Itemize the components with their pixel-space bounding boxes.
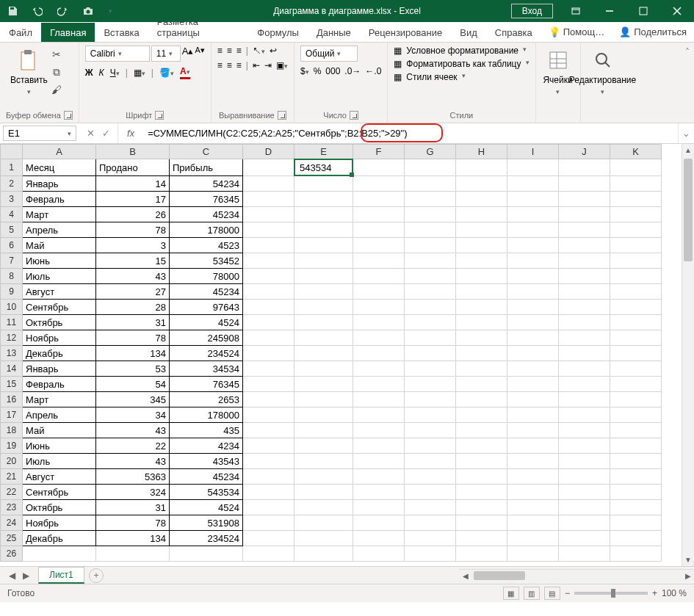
cell[interactable]: 178000 bbox=[170, 407, 243, 423]
zoom-in-icon[interactable]: + bbox=[652, 588, 657, 598]
tab-view[interactable]: Вид bbox=[451, 23, 486, 42]
cell[interactable] bbox=[294, 222, 353, 238]
font-color-icon[interactable]: А▾ bbox=[180, 66, 190, 79]
cell[interactable] bbox=[294, 423, 353, 438]
merge-icon[interactable]: ▣▾ bbox=[276, 60, 288, 70]
cell[interactable] bbox=[353, 392, 405, 407]
scroll-down-icon[interactable]: ▼ bbox=[682, 554, 694, 566]
cell[interactable] bbox=[559, 407, 610, 423]
cell[interactable] bbox=[507, 207, 559, 222]
col-header[interactable]: E bbox=[294, 145, 353, 159]
cell[interactable] bbox=[294, 361, 353, 377]
cell[interactable] bbox=[507, 392, 559, 407]
cell[interactable] bbox=[456, 454, 507, 469]
cell[interactable] bbox=[243, 330, 294, 346]
cell[interactable] bbox=[456, 346, 507, 361]
dialog-launcher-icon[interactable] bbox=[278, 111, 286, 120]
cell[interactable]: 31 bbox=[96, 315, 170, 330]
cell[interactable] bbox=[294, 531, 353, 546]
cell[interactable]: 22 bbox=[96, 438, 170, 454]
cell[interactable] bbox=[405, 423, 456, 438]
cell[interactable] bbox=[559, 423, 610, 438]
cell[interactable] bbox=[507, 531, 559, 546]
cell[interactable] bbox=[353, 485, 405, 500]
row-header[interactable]: 12 bbox=[1, 330, 23, 346]
cell[interactable]: 54 bbox=[96, 377, 170, 392]
cell[interactable] bbox=[559, 238, 610, 253]
cell[interactable] bbox=[456, 407, 507, 423]
cell[interactable] bbox=[294, 192, 353, 207]
cell[interactable]: 17 bbox=[96, 192, 170, 207]
tab-insert[interactable]: Вставка bbox=[95, 23, 148, 42]
cell[interactable]: Декабрь bbox=[23, 531, 96, 546]
cell[interactable]: 34534 bbox=[170, 361, 243, 377]
cell[interactable] bbox=[559, 361, 610, 377]
worksheet-grid[interactable]: ABCDEFGHIJK1 Месяц Продано Прибыль 54353… bbox=[0, 144, 694, 567]
cell[interactable] bbox=[405, 253, 456, 269]
cell[interactable] bbox=[405, 300, 456, 315]
cell[interactable] bbox=[405, 392, 456, 407]
cell[interactable]: 43 bbox=[96, 269, 170, 284]
ribbon-display-icon[interactable] bbox=[559, 0, 593, 22]
row-header[interactable]: 16 bbox=[1, 392, 23, 407]
zoom-level[interactable]: 100 % bbox=[662, 588, 687, 598]
orientation-icon[interactable]: ⭦▾ bbox=[253, 46, 265, 56]
login-button[interactable]: Вход bbox=[511, 4, 553, 18]
cell[interactable] bbox=[405, 469, 456, 485]
cell[interactable] bbox=[243, 546, 294, 562]
scroll-left-icon[interactable]: ◀ bbox=[459, 570, 471, 581]
cell[interactable] bbox=[353, 454, 405, 469]
cell[interactable] bbox=[610, 159, 662, 176]
cell[interactable] bbox=[243, 454, 294, 469]
select-all[interactable] bbox=[1, 145, 23, 159]
fx-icon[interactable]: fx bbox=[118, 128, 143, 139]
cell[interactable]: 2653 bbox=[170, 392, 243, 407]
cell[interactable] bbox=[353, 300, 405, 315]
cell[interactable]: 54234 bbox=[170, 176, 243, 192]
cell[interactable] bbox=[507, 500, 559, 515]
cell[interactable] bbox=[294, 253, 353, 269]
cell[interactable] bbox=[294, 238, 353, 253]
cell[interactable] bbox=[405, 546, 456, 562]
tab-file[interactable]: Файл bbox=[0, 23, 41, 42]
cell[interactable] bbox=[405, 346, 456, 361]
dialog-launcher-icon[interactable] bbox=[350, 111, 358, 120]
cell[interactable] bbox=[405, 222, 456, 238]
cell[interactable] bbox=[353, 207, 405, 222]
copy-icon[interactable]: ⧉ bbox=[49, 65, 64, 79]
cell[interactable] bbox=[456, 438, 507, 454]
cell[interactable] bbox=[294, 485, 353, 500]
dialog-launcher-icon[interactable] bbox=[155, 111, 164, 120]
cell[interactable] bbox=[405, 531, 456, 546]
cells-button[interactable]: Ячейки ▾ bbox=[542, 46, 574, 98]
cell[interactable] bbox=[507, 330, 559, 346]
cell[interactable] bbox=[294, 392, 353, 407]
tell-me[interactable]: 💡Помощ… bbox=[541, 22, 612, 42]
cell[interactable] bbox=[456, 423, 507, 438]
cell[interactable] bbox=[507, 253, 559, 269]
cell[interactable] bbox=[559, 253, 610, 269]
cell[interactable]: Март bbox=[23, 207, 96, 222]
collapse-ribbon-icon[interactable]: ˄ bbox=[681, 43, 694, 123]
cell[interactable] bbox=[96, 546, 170, 562]
cell[interactable] bbox=[243, 192, 294, 207]
cell[interactable] bbox=[405, 438, 456, 454]
cell[interactable] bbox=[405, 176, 456, 192]
cell[interactable]: 234524 bbox=[170, 531, 243, 546]
cell[interactable]: 43543 bbox=[170, 454, 243, 469]
cell[interactable] bbox=[456, 222, 507, 238]
cell[interactable] bbox=[559, 515, 610, 531]
cell[interactable] bbox=[507, 284, 559, 300]
cell[interactable] bbox=[405, 407, 456, 423]
scroll-up-icon[interactable]: ▲ bbox=[682, 144, 694, 156]
cell[interactable] bbox=[610, 253, 662, 269]
cell[interactable] bbox=[559, 284, 610, 300]
cell[interactable] bbox=[243, 253, 294, 269]
row-header[interactable]: 20 bbox=[1, 454, 23, 469]
cell[interactable]: 78000 bbox=[170, 269, 243, 284]
increase-font-icon[interactable]: A▴ bbox=[182, 46, 194, 62]
cell[interactable] bbox=[243, 485, 294, 500]
cell[interactable] bbox=[507, 346, 559, 361]
cell[interactable]: Июнь bbox=[23, 253, 96, 269]
increase-indent-icon[interactable]: ⇥ bbox=[264, 60, 272, 70]
